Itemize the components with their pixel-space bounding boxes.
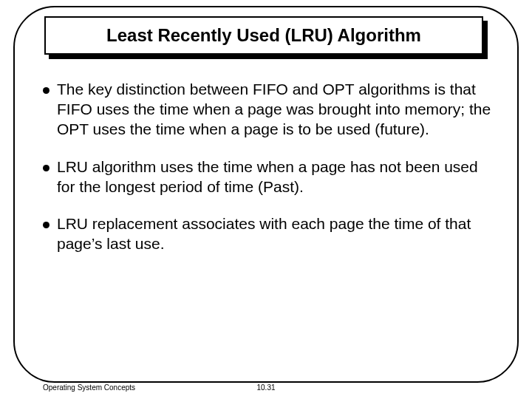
bullet-text: LRU replacement associates with each pag…	[57, 214, 494, 254]
title-container: Least Recently Used (LRU) Algorithm	[44, 16, 488, 58]
slide: Least Recently Used (LRU) Algorithm The …	[0, 0, 532, 399]
bullet-icon	[43, 165, 50, 171]
title-box: Least Recently Used (LRU) Algorithm	[44, 16, 483, 55]
list-item: The key distinction between FIFO and OPT…	[43, 80, 494, 140]
bullet-icon	[43, 222, 50, 228]
slide-title: Least Recently Used (LRU) Algorithm	[106, 25, 421, 46]
footer-page-number: 10.31	[0, 383, 532, 392]
bullet-text: The key distinction between FIFO and OPT…	[57, 80, 494, 140]
bullet-text: LRU algorithm uses the time when a page …	[57, 157, 494, 197]
list-item: LRU algorithm uses the time when a page …	[43, 157, 494, 197]
bullet-icon	[43, 87, 50, 94]
content-area: The key distinction between FIFO and OPT…	[43, 80, 494, 272]
list-item: LRU replacement associates with each pag…	[43, 214, 494, 254]
